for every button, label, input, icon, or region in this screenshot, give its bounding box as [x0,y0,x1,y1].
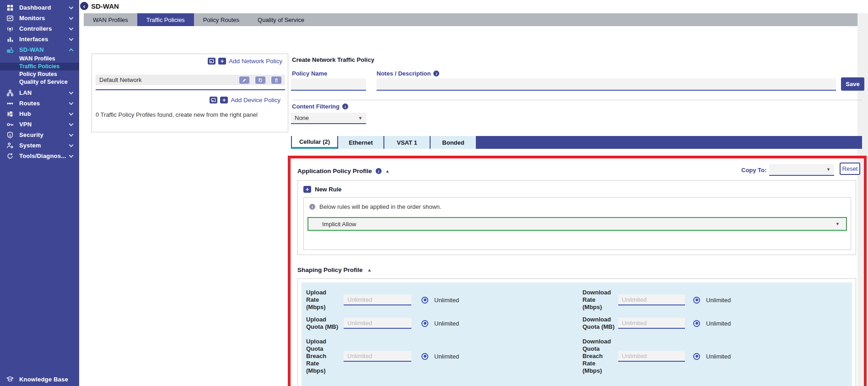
sidebar-item-hub[interactable]: Hub [0,109,79,119]
copy-policy-button[interactable] [255,76,265,84]
tab-vsat-1[interactable]: VSAT 1 [383,136,430,149]
sliders-icon [5,110,15,118]
add-icon[interactable]: + [220,97,228,103]
tab-policy-routes[interactable]: Policy Routes [194,13,248,26]
delete-policy-button[interactable] [271,76,281,84]
sidebar-item-controllers[interactable]: Controllers [0,23,79,34]
upload-quota-unlimited-radio[interactable] [421,320,428,327]
save-button[interactable]: Save [841,77,864,91]
upload-quota-label: Upload Quota (MB) [306,316,344,331]
sidebar-item-vpn[interactable]: VPN [0,119,79,130]
sidebar-item-interfaces[interactable]: Interfaces [0,34,79,44]
tab-quality-of-service[interactable]: Quality of Service [248,13,313,26]
download-quota-breach-rate-label: Download Quota Breach Rate (Mbps) [582,338,618,374]
user-gear-icon [5,141,15,150]
download-breach-unlimited-radio[interactable] [693,353,700,360]
tab-ethernet[interactable]: Ethernet [337,136,383,149]
upload-breach-unlimited-radio[interactable] [421,353,428,360]
sidebar-item-quality-of-service[interactable]: Quality of Service [0,78,79,86]
dropdown-arrow-icon: ▼ [836,222,840,226]
policy-row-default-network[interactable]: Default Network [96,75,285,85]
shaping-policy-title: Shaping Policy Profile [297,266,363,273]
shaping-policy-title-row: Shaping Policy Profile ▲ [297,266,372,273]
knowledge-base-link[interactable]: Knowledge Base [0,372,79,386]
bar-chart-icon [5,35,15,43]
tab-wan-profiles[interactable]: WAN Profiles [84,13,137,26]
content-filtering-label: Content Filtering [292,103,340,110]
tab-cellular[interactable]: Cellular (2) [291,136,337,149]
sidebar-item-routes[interactable]: Routes [0,98,79,109]
sidebar-item-lan[interactable]: LAN [0,87,79,98]
antenna-icon [5,25,15,33]
policy-name-input[interactable] [291,78,366,91]
info-glyph: i [436,71,437,76]
sidebar-item-security[interactable]: Security [0,130,79,140]
empty-profiles-message: 0 Traffic Policy Profiles found, create … [96,111,258,118]
sidebar-item-label: Dashboard [19,4,70,11]
download-quota-input[interactable] [618,318,685,329]
notes-input[interactable] [377,78,836,91]
upload-rate-input[interactable] [344,294,411,305]
sidebar-item-label: System [19,142,70,149]
notes-info-icon[interactable]: i [433,71,439,76]
upload-rate-unlimited-radio[interactable] [421,297,428,304]
sidebar-item-label: SD-WAN [19,46,70,53]
clone-policy-icon[interactable] [208,58,216,65]
edit-policy-button[interactable] [239,76,249,84]
dropdown-arrow-icon: ▼ [826,167,830,172]
back-chevron-icon: ‹ [83,3,85,10]
content-filtering-select[interactable]: None ▼ [291,113,366,124]
radio-option-label: Unlimited [434,297,459,304]
info-glyph: i [345,104,346,109]
application-policy-title-row: Application Policy Profile i ▲ [297,168,390,174]
chevron-down-icon [69,142,74,147]
sidebar-item-wan-profiles[interactable]: WAN Profiles [0,55,79,63]
collapse-section-icon[interactable]: ▲ [385,169,390,174]
shaping-row-rate: Upload Rate (Mbps) Unlimited Download Ra… [306,287,852,313]
sidebar-item-label: Hub [19,110,70,117]
clone-policy-icon[interactable] [210,97,217,103]
page-header: ‹ SD-WAN [79,0,868,13]
collapse-sidebar-button[interactable]: ‹ [80,2,88,10]
radio-option-label: Unlimited [706,320,731,327]
application-policy-info-icon[interactable]: i [376,168,382,174]
sidebar-item-monitors[interactable]: Monitors [0,13,79,23]
sidebar-item-system[interactable]: System [0,140,79,151]
add-device-policy-link[interactable]: + Add Device Policy [210,97,280,103]
upload-quota-breach-rate-input[interactable] [344,351,411,362]
sidebar-item-policy-routes[interactable]: Policy Routes [0,71,79,78]
policy-name: Default Network [99,76,233,83]
add-device-policy-label: Add Device Policy [231,97,280,103]
router-icon [5,46,15,54]
new-rule-button[interactable]: + New Rule [303,186,342,193]
tab-bonded[interactable]: Bonded [430,136,476,149]
chevron-down-icon [69,36,74,41]
shield-icon [5,131,15,139]
sidebar-item-sdwan[interactable]: SD-WAN [0,44,79,55]
content-filtering-info-icon[interactable]: i [342,103,348,109]
reset-button[interactable]: Reset [840,163,860,175]
add-network-policy-link[interactable]: + Add Network Policy [208,58,282,65]
add-icon[interactable]: + [218,58,226,65]
upload-quota-breach-rate-label: Upload Quota Breach Rate (Mbps) [306,338,344,374]
plus-glyph: + [221,58,224,64]
policy-name-label: Policy Name [292,70,327,77]
download-quota-breach-rate-input[interactable] [618,351,685,362]
download-rate-unlimited-radio[interactable] [693,297,700,304]
chevron-down-icon [69,15,74,20]
upload-quota-input[interactable] [344,318,411,329]
sidebar-item-traffic-policies[interactable]: Traffic Policies [0,63,79,71]
rule-implicit-allow[interactable]: Implicit Allow ▼ [307,217,847,231]
copy-to-select[interactable]: ▼ [769,164,834,176]
tab-traffic-policies[interactable]: Traffic Policies [137,13,194,26]
download-quota-unlimited-radio[interactable] [693,320,700,327]
chevron-down-icon [69,26,74,30]
collapse-section-icon[interactable]: ▲ [367,267,372,272]
sidebar-item-dashboard[interactable]: Dashboard [0,2,79,13]
add-network-policy-label: Add Network Policy [229,58,282,65]
sidebar-item-label: Security [19,131,70,138]
dropdown-arrow-icon: ▼ [358,116,362,120]
upload-rate-label: Upload Rate (Mbps) [306,289,344,311]
download-rate-input[interactable] [618,294,685,305]
sidebar-item-tools-diagnostics[interactable]: Tools/Diagnos... [0,151,79,161]
